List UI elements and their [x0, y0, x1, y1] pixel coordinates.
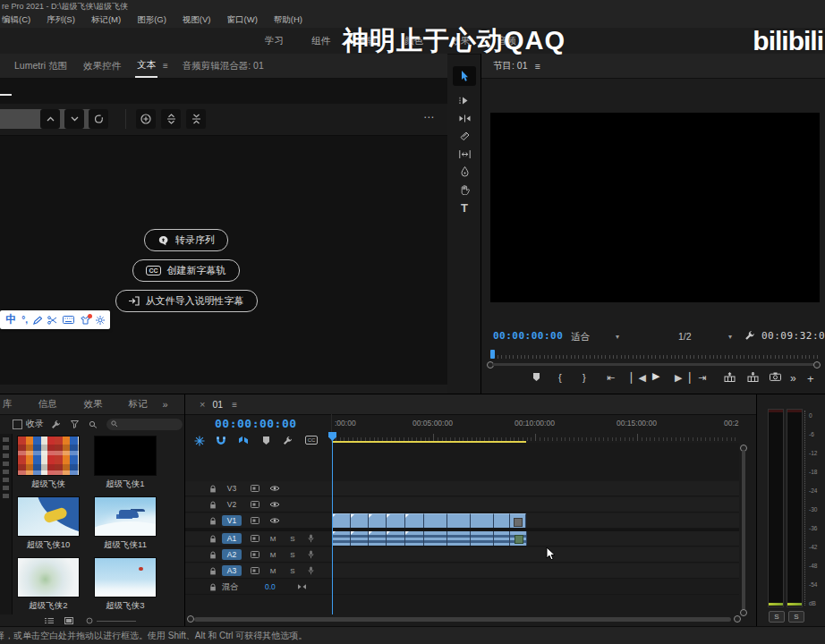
track-header-v3[interactable]: V3	[185, 481, 331, 496]
tab-effect-controls[interactable]: 效果控件	[81, 55, 123, 77]
source-patch-icon[interactable]	[251, 501, 259, 508]
hscrollbar-track[interactable]	[194, 617, 731, 622]
track-header-a1[interactable]: A1 M S	[185, 531, 331, 547]
media-item-label[interactable]: 超级飞侠1	[87, 479, 164, 490]
import-captions-button[interactable]: 从文件导入说明性字幕	[115, 290, 258, 312]
zoom-level-dropdown[interactable]: 适合	[571, 331, 590, 343]
playback-resolution-dropdown[interactable]: 1/2	[678, 331, 692, 342]
video-clip-segment[interactable]	[447, 513, 471, 528]
track-output-eye-icon[interactable]	[269, 485, 280, 492]
a1-clip-group[interactable]	[332, 531, 527, 546]
zoom-slider-track[interactable]	[97, 621, 136, 622]
zoom-handle-right[interactable]	[734, 615, 741, 623]
vscroll-handle-bottom[interactable]	[740, 609, 747, 616]
extract-button[interactable]	[747, 372, 759, 382]
track-header-v2[interactable]: V2	[185, 497, 331, 513]
lock-icon[interactable]	[209, 567, 222, 575]
program-tab[interactable]: 节目: 01	[493, 60, 528, 72]
workspace-tab-audio[interactable]: 音频	[498, 35, 516, 47]
audio-clip-segment[interactable]	[447, 531, 471, 546]
track-content-a2[interactable]	[331, 547, 739, 563]
menu-help[interactable]: 帮助(H)	[266, 14, 310, 26]
audio-clip-segment[interactable]	[471, 531, 494, 546]
lock-icon[interactable]	[209, 551, 222, 559]
split-caption-button[interactable]	[161, 109, 181, 129]
track-target-a3[interactable]: A3	[222, 565, 242, 576]
razor-tool[interactable]	[453, 127, 476, 145]
lift-button[interactable]	[724, 372, 736, 382]
audio-clip-segment[interactable]	[405, 531, 424, 546]
video-clip-segment[interactable]	[405, 513, 424, 528]
video-clip-segment[interactable]	[510, 513, 526, 528]
linked-selection-icon[interactable]	[238, 436, 249, 445]
menu-edit[interactable]: 编辑(C)	[0, 14, 38, 26]
transcribe-sequence-button[interactable]: 转录序列	[144, 229, 228, 251]
workspace-tab-assembly[interactable]: 组件	[311, 35, 330, 47]
master-volume-value[interactable]: 0.0	[265, 582, 276, 591]
video-clip-segment[interactable]	[387, 513, 405, 528]
source-patch-icon[interactable]	[251, 551, 259, 558]
media-item-label[interactable]: 超级飞侠	[12, 479, 87, 490]
add-caption-button[interactable]	[136, 109, 156, 129]
snap-magnet-icon[interactable]	[216, 436, 226, 445]
program-playhead[interactable]	[490, 350, 495, 359]
menu-graphics[interactable]: 图形(G)	[129, 14, 174, 26]
solo-button[interactable]: S	[286, 551, 299, 559]
track-target-v1[interactable]: V1	[222, 515, 242, 526]
icon-view-icon[interactable]	[64, 617, 73, 624]
slip-tool[interactable]	[453, 145, 476, 163]
tab-text[interactable]: 文本	[135, 54, 157, 78]
track-select-forward-tool[interactable]	[453, 91, 476, 109]
voiceover-mic-icon[interactable]	[308, 566, 314, 575]
selection-tool[interactable]	[453, 66, 476, 86]
track-content-v3[interactable]	[331, 481, 739, 496]
media-item-label[interactable]: 超级飞侠3	[87, 600, 164, 612]
play-button[interactable]: ▶	[652, 370, 659, 382]
ripple-edit-tool[interactable]	[453, 109, 476, 127]
timeline-vscrollbar[interactable]	[738, 445, 749, 616]
sequence-tab[interactable]: 01	[212, 399, 223, 410]
workspace-tab-learning[interactable]: 学习	[265, 35, 284, 47]
audio-clip-segment[interactable]	[351, 531, 369, 546]
create-caption-track-button[interactable]: CC 创建新字幕轨	[132, 259, 239, 282]
chinese-mode-icon[interactable]: 中	[5, 312, 16, 327]
tab-info[interactable]: 信息	[38, 398, 57, 411]
refresh-button[interactable]	[89, 109, 108, 129]
track-target-v2[interactable]: V2	[222, 499, 242, 510]
button-editor-button[interactable]: +	[807, 372, 814, 386]
track-header-v1[interactable]: V1	[185, 513, 331, 529]
folder-tree-strip[interactable]	[0, 434, 13, 614]
add-marker-icon[interactable]	[262, 436, 270, 445]
tab-markers[interactable]: 标记	[129, 398, 148, 411]
step-back-button[interactable]: ▏◀	[631, 372, 646, 384]
tab-audio-clip-mixer[interactable]: 音频剪辑混合器: 01	[181, 55, 266, 77]
scissors-icon[interactable]	[47, 316, 57, 325]
tab-overflow-icon[interactable]: »	[163, 399, 168, 410]
lock-icon[interactable]	[209, 485, 222, 493]
timeline-timecode[interactable]: 00:00:00:00	[215, 417, 297, 430]
v1-clip-group[interactable]	[332, 513, 526, 528]
list-view-icon[interactable]	[45, 617, 54, 624]
playhead-timecode[interactable]: 00:00:00:00	[493, 330, 563, 342]
audio-clip-segment[interactable]	[369, 531, 387, 546]
keyboard-icon[interactable]	[63, 316, 74, 324]
track-target-v3[interactable]: V3	[222, 483, 242, 494]
captions-cc-icon[interactable]: CC	[305, 436, 318, 445]
track-content-v2[interactable]	[331, 497, 739, 513]
track-target-a2[interactable]: A2	[222, 549, 242, 560]
menu-sequence[interactable]: 序列(S)	[38, 14, 83, 26]
step-forward-button[interactable]: ▶▕	[675, 372, 690, 384]
panel-menu-icon[interactable]: ≡	[232, 400, 237, 410]
menu-markers[interactable]: 标记(M)	[83, 14, 129, 26]
insert-overwrite-nest-icon[interactable]	[194, 436, 205, 446]
source-patch-icon[interactable]	[251, 517, 259, 524]
lock-icon[interactable]	[209, 535, 222, 543]
add-marker-button[interactable]	[532, 372, 540, 382]
voiceover-mic-icon[interactable]	[308, 534, 314, 543]
timeline-playhead-line[interactable]	[332, 434, 333, 614]
track-header-master[interactable]: 混合 0.0	[185, 580, 331, 595]
tab-lumetri-scopes[interactable]: Lumetri 范围	[13, 55, 69, 77]
hand-tool[interactable]	[453, 181, 476, 199]
source-patch-icon[interactable]	[251, 485, 259, 492]
close-icon[interactable]: ×	[200, 399, 205, 410]
